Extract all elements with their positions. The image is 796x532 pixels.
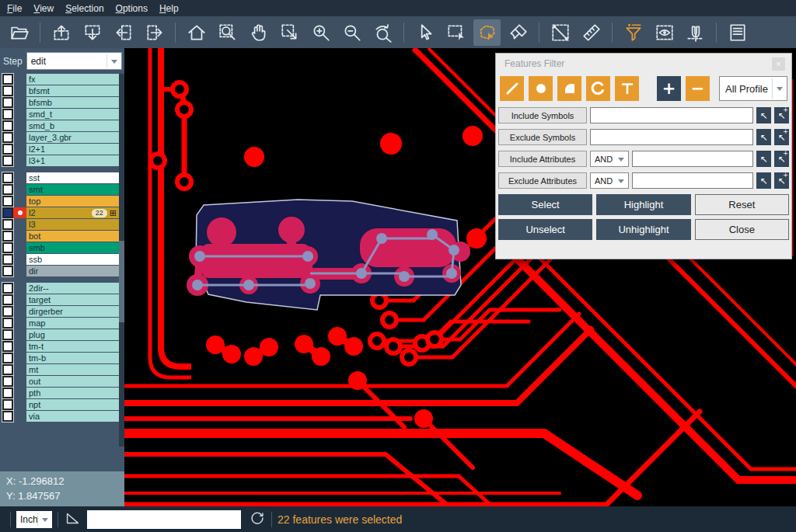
layer-name-field[interactable]: target (26, 294, 119, 305)
layer-row-ssb[interactable]: ssb (0, 254, 119, 265)
layer-name-field[interactable]: tm-b (26, 353, 119, 363)
layer-visibility-checkbox[interactable] (2, 294, 13, 305)
zoom-selection-button[interactable] (276, 19, 303, 46)
pan-left-button[interactable] (110, 19, 137, 46)
feature-type-surface-button[interactable] (557, 76, 581, 101)
include-symbols-button[interactable]: Include Symbols (498, 107, 587, 123)
add-filter-button[interactable]: + (657, 76, 681, 101)
layer-visibility-checkbox[interactable] (2, 411, 13, 422)
layer-name-field[interactable]: dirgerber (26, 306, 119, 317)
layer-visibility-checkbox[interactable] (2, 184, 13, 195)
layer-name-field[interactable]: pth (26, 388, 119, 398)
pick-add-symbol-button[interactable]: ↖+ (774, 107, 789, 123)
layer-name-field[interactable]: bot (26, 231, 119, 242)
feature-type-pad-button[interactable] (529, 76, 553, 101)
layer-row-mt[interactable]: mt (0, 364, 119, 375)
grid-icon[interactable]: ⊞ (110, 209, 117, 217)
layer-visibility-checkbox[interactable] (2, 172, 13, 183)
pick-symbol-button[interactable]: ↖ (756, 107, 771, 123)
layer-name-field[interactable]: smt (26, 184, 119, 195)
include-attributes-logic-select[interactable]: AND (590, 151, 629, 167)
layer-row-bfsmt[interactable]: bfsmt (0, 85, 119, 96)
command-input[interactable] (87, 510, 241, 529)
layer-visibility-checkbox[interactable] (2, 329, 13, 340)
layer-visibility-checkbox[interactable] (2, 318, 13, 329)
layer-row-via[interactable]: via (0, 411, 119, 422)
zoom-previous-button[interactable] (369, 19, 396, 46)
remove-filter-button[interactable]: − (686, 76, 710, 101)
menu-options[interactable]: Options (116, 3, 148, 14)
pan-right-button[interactable] (141, 19, 168, 46)
layer-name-field[interactable]: l3+1 (26, 155, 119, 166)
profile-select[interactable]: All Profile (719, 76, 787, 101)
layer-visibility-checkbox[interactable] (2, 120, 13, 131)
layer-visibility-checkbox[interactable] (2, 144, 13, 155)
layer-row-smt[interactable]: smt (0, 184, 119, 195)
layer-visibility-checkbox[interactable] (2, 109, 13, 120)
layer-row-pth[interactable]: pth (0, 388, 119, 398)
pick-add-attribute-button[interactable]: ↖+ (774, 172, 789, 189)
layer-visibility-checkbox[interactable] (2, 97, 13, 108)
layer-row-smd_t[interactable]: smd_t (0, 109, 119, 120)
units-select[interactable]: Inch (16, 511, 52, 528)
angle-measure-button[interactable] (64, 509, 81, 530)
exclude-attributes-logic-select[interactable]: AND (590, 172, 629, 189)
exclude-attributes-button[interactable]: Exclude Attributes (498, 172, 587, 189)
pick-add-symbol-button[interactable]: ↖+ (774, 129, 789, 145)
refresh-button[interactable] (249, 509, 266, 530)
zoom-in-button[interactable] (307, 19, 334, 46)
layer-visibility-checkbox[interactable] (2, 254, 13, 265)
layer-row-l2[interactable]: l222⊞ (0, 207, 119, 218)
layer-visibility-checkbox[interactable] (2, 207, 13, 218)
menu-selection[interactable]: Selection (65, 3, 103, 14)
exclude-attributes-input[interactable] (632, 172, 753, 189)
layer-visibility-checkbox[interactable] (2, 353, 13, 363)
pick-symbol-button[interactable]: ↖ (756, 129, 771, 145)
layer-row-bfsmb[interactable]: bfsmb (0, 97, 119, 108)
feature-type-arc-button[interactable] (586, 76, 610, 101)
measure-button[interactable] (546, 19, 574, 46)
layer-name-field[interactable]: bfsmb (26, 97, 119, 108)
layer-row-npt[interactable]: npt (0, 399, 119, 410)
exclude-symbols-button[interactable]: Exclude Symbols (498, 129, 587, 145)
include-symbols-input[interactable] (590, 107, 753, 123)
include-attributes-input[interactable] (632, 151, 753, 167)
layer-row-l3[interactable]: l3 (0, 219, 119, 230)
layer-row-tm-b[interactable]: tm-b (0, 353, 119, 363)
layer-visibility-checkbox[interactable] (2, 283, 13, 294)
exclude-symbols-input[interactable] (590, 129, 753, 145)
layer-row-smd_b[interactable]: smd_b (0, 120, 119, 131)
display-button[interactable] (651, 19, 678, 46)
layer-visibility-checkbox[interactable] (2, 376, 13, 387)
layer-name-field[interactable]: out (26, 376, 119, 387)
layer-name-field[interactable]: map (26, 318, 119, 329)
layer-name-field[interactable]: bfsmt (26, 85, 119, 96)
layer-visibility-checkbox[interactable] (2, 155, 13, 166)
layer-name-field[interactable]: smd_b (26, 120, 119, 131)
zoom-window-button[interactable] (214, 19, 241, 46)
include-attributes-button[interactable]: Include Attributes (498, 151, 587, 167)
pick-attribute-button[interactable]: ↖ (756, 172, 771, 189)
layer-name-field[interactable]: 2dir-- (26, 283, 119, 294)
layer-name-field[interactable]: npt (26, 399, 119, 410)
layer-visibility-checkbox[interactable] (2, 231, 13, 242)
pick-attribute-button[interactable]: ↖ (756, 151, 771, 167)
close-button[interactable]: Close (695, 219, 789, 240)
layer-name-field[interactable]: sst (26, 172, 119, 183)
unhighlight-button[interactable]: Unhighlight (596, 219, 690, 240)
feature-type-text-button[interactable] (615, 76, 639, 101)
layer-row-fx[interactable]: fx (0, 74, 119, 85)
layer-name-field[interactable]: l222⊞ (26, 207, 119, 218)
layer-name-field[interactable]: dir (26, 266, 119, 276)
layer-row-sst[interactable]: sst (0, 172, 119, 183)
dialog-close-button[interactable]: × (772, 57, 785, 71)
layer-visibility-checkbox[interactable] (2, 364, 13, 375)
layer-name-field[interactable]: plug (26, 329, 119, 340)
layer-name-field[interactable]: l3 (26, 219, 119, 230)
layer-name-field[interactable]: via (26, 411, 119, 422)
layer-row-bot[interactable]: bot (0, 231, 119, 242)
feature-type-line-button[interactable] (500, 76, 524, 101)
unselect-button[interactable]: Unselect (498, 219, 592, 240)
clean-button[interactable] (504, 19, 532, 46)
layer-name-field[interactable]: ssb (26, 254, 119, 265)
